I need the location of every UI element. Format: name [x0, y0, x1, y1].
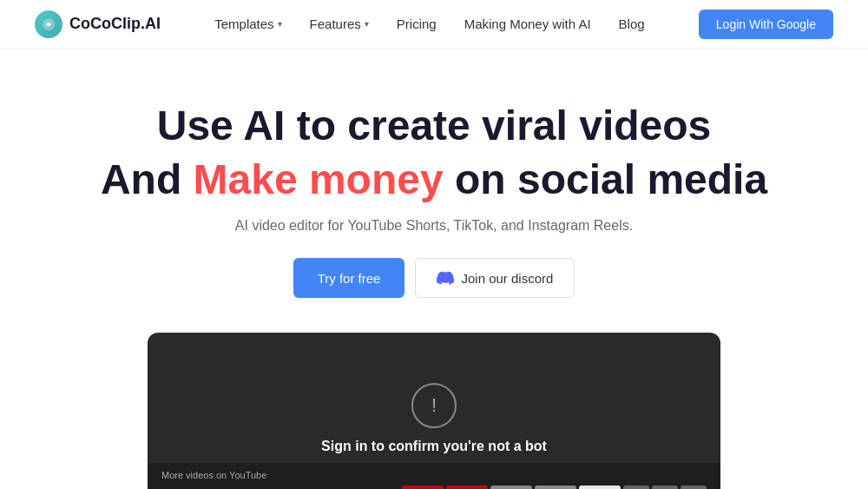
hero-title-after: on social media	[444, 156, 767, 202]
navbar: CoCoClip.AI Templates ▾ Features ▾ Prici…	[0, 0, 868, 49]
thumbnail: CuteAI	[579, 486, 621, 489]
thumbnail	[652, 486, 678, 489]
video-bottom-bar: More videos on YouTube VIRAL AI CAT ANIM…	[148, 463, 720, 489]
thumbnail	[623, 486, 649, 489]
thumbnail: Live	[402, 486, 444, 489]
hero-subtitle: AI video editor for YouTube Shorts, TikT…	[17, 218, 851, 234]
hero-title-before: And	[101, 156, 194, 202]
thumbnail: Live	[446, 486, 488, 489]
hero-title-line2: And Make money on social media	[17, 155, 851, 205]
hero-buttons: Try for free Join our discord	[17, 258, 851, 298]
nav-center: Templates ▾ Features ▾ Pricing Making Mo…	[214, 17, 644, 31]
nav-templates[interactable]: Templates ▾	[214, 17, 281, 31]
hero-title-line1: Use AI to create viral videos	[17, 101, 851, 151]
discord-icon	[437, 269, 454, 287]
hero-title-highlight: Make money	[194, 156, 444, 202]
nav-pricing[interactable]: Pricing	[397, 17, 437, 31]
thumbnail	[490, 486, 532, 489]
try-free-button[interactable]: Try for free	[293, 258, 405, 298]
discord-button[interactable]: Join our discord	[415, 258, 575, 298]
bot-check-title: Sign in to confirm you're not a bot	[321, 439, 547, 454]
more-videos-label: More videos on YouTube	[161, 470, 707, 480]
login-button[interactable]: Login With Google	[699, 10, 833, 39]
hero-section: Use AI to create viral videos And Make m…	[0, 49, 868, 333]
chevron-down-icon: ▾	[365, 19, 369, 29]
logo-text[interactable]: CoCoClip.AI	[69, 15, 161, 33]
exclamation-icon: !	[411, 383, 457, 428]
thumbnail	[535, 486, 576, 489]
logo-container: CoCoClip.AI	[35, 10, 161, 38]
thumbnails-row: Live Live CuteAI	[402, 486, 707, 489]
logo-icon	[35, 10, 62, 38]
nav-making-money[interactable]: Making Money with AI	[464, 17, 591, 31]
thumbnail	[681, 486, 707, 489]
video-section: ! Sign in to confirm you're not a bot Th…	[148, 333, 720, 489]
bot-check-container: ! Sign in to confirm you're not a bot Th…	[319, 383, 549, 474]
nav-blog[interactable]: Blog	[619, 17, 645, 31]
chevron-down-icon: ▾	[278, 19, 282, 29]
nav-features[interactable]: Features ▾	[310, 17, 369, 31]
